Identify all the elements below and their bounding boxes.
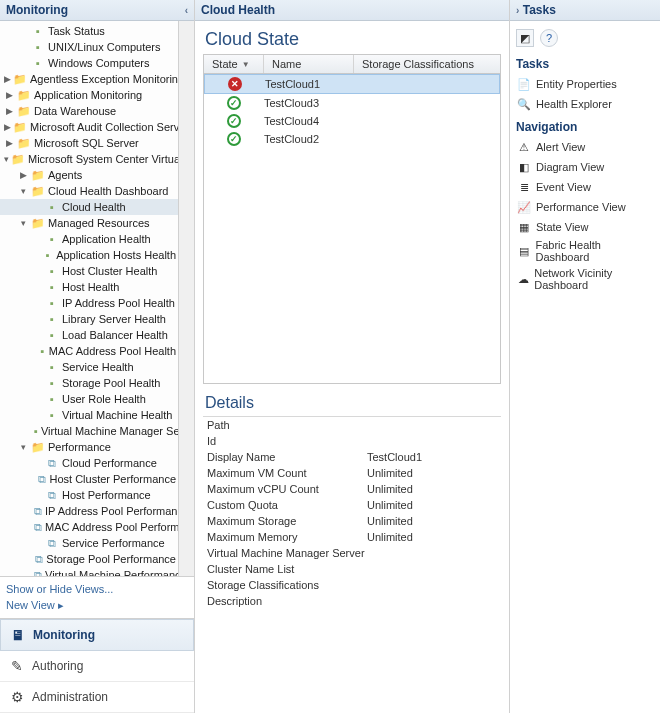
show-hide-views-link[interactable]: Show or Hide Views... xyxy=(6,581,188,597)
task-link[interactable]: 🔍Health Explorer xyxy=(516,94,654,114)
perf-icon: ⧉ xyxy=(45,536,59,550)
expander-icon[interactable]: ▶ xyxy=(4,138,15,149)
tree-item[interactable]: ▪Service Health xyxy=(0,359,178,375)
tree-item[interactable]: ▪Host Cluster Health xyxy=(0,263,178,279)
tree-item[interactable]: ▶📁Application Monitoring xyxy=(0,87,178,103)
tree-item-label: Virtual Machine Health xyxy=(62,409,172,421)
nav-monitoring[interactable]: 🖥Monitoring xyxy=(0,619,194,651)
navigation-link[interactable]: ☁Network Vicinity Dashboard xyxy=(516,265,654,293)
detail-key: Path xyxy=(207,419,367,431)
tree-item[interactable]: ⧉Cloud Performance xyxy=(0,455,178,471)
expander-icon[interactable]: ▾ xyxy=(18,218,29,229)
expander-icon xyxy=(32,394,43,405)
expander-icon[interactable]: ▶ xyxy=(4,106,15,117)
navigation-link[interactable]: ◧Diagram View xyxy=(516,157,654,177)
tree-item[interactable]: ▾📁Managed Resources xyxy=(0,215,178,231)
state-icon: ▪ xyxy=(45,280,59,294)
link-label: Performance View xyxy=(536,201,626,213)
tree-item[interactable]: ⧉IP Address Pool Performance xyxy=(0,503,178,519)
tree-item[interactable]: ▶📁Agentless Exception Monitoring xyxy=(0,71,178,87)
tree-item-label: Cloud Performance xyxy=(62,457,157,469)
expander-icon[interactable]: ▾ xyxy=(4,154,9,165)
cell-name: TestCloud3 xyxy=(264,97,354,109)
detail-row: Maximum StorageUnlimited xyxy=(203,513,501,529)
table-row[interactable]: ✓TestCloud3 xyxy=(204,94,500,112)
expander-icon[interactable]: ▾ xyxy=(18,186,29,197)
col-state[interactable]: State▼ xyxy=(204,55,264,73)
tree-item[interactable]: ▾📁Cloud Health Dashboard xyxy=(0,183,178,199)
navigation-link[interactable]: ≣Event View xyxy=(516,177,654,197)
tree-item[interactable]: ▶📁Agents xyxy=(0,167,178,183)
perf-icon: ⧉ xyxy=(45,456,59,470)
perf-icon: ⧉ xyxy=(34,520,42,534)
tree-item[interactable]: ▪Windows Computers xyxy=(0,55,178,71)
table-row[interactable]: ✕TestCloud1 xyxy=(204,74,500,94)
monitoring-tree[interactable]: ▪Task Status▪UNIX/Linux Computers▪Window… xyxy=(0,21,178,576)
tree-item[interactable]: ▪Load Balancer Health xyxy=(0,327,178,343)
tree-item[interactable]: ▪Library Server Health xyxy=(0,311,178,327)
col-name[interactable]: Name xyxy=(264,55,354,73)
tree-item-label: Agents xyxy=(48,169,82,181)
navigation-link[interactable]: ⚠Alert View xyxy=(516,137,654,157)
help-button[interactable]: ? xyxy=(540,29,558,47)
task-action-button[interactable]: ◩ xyxy=(516,29,534,47)
nav-administration[interactable]: ⚙Administration xyxy=(0,682,194,713)
tree-item[interactable]: ▪Storage Pool Health xyxy=(0,375,178,391)
tree-item[interactable]: ▪Task Status xyxy=(0,23,178,39)
expander-icon xyxy=(32,410,43,421)
tree-item[interactable]: ⧉Service Performance xyxy=(0,535,178,551)
expander-icon xyxy=(32,474,36,485)
tree-item[interactable]: ⧉Host Cluster Performance xyxy=(0,471,178,487)
wunderbar: 🖥Monitoring✎Authoring⚙Administration xyxy=(0,618,194,713)
navigation-link[interactable]: 📈Performance View xyxy=(516,197,654,217)
expander-icon xyxy=(18,58,29,69)
tree-item[interactable]: ▾📁Performance xyxy=(0,439,178,455)
tree-item[interactable]: ⧉Storage Pool Performance xyxy=(0,551,178,567)
tree-item[interactable]: ▪IP Address Pool Health xyxy=(0,295,178,311)
expander-icon[interactable]: ▶ xyxy=(18,170,29,181)
tree-item[interactable]: ▾📁Microsoft System Center Virtual Machin… xyxy=(0,151,178,167)
tree-scrollbar[interactable] xyxy=(178,21,194,576)
link-icon: ≣ xyxy=(516,179,532,195)
tree-item[interactable]: ▪UNIX/Linux Computers xyxy=(0,39,178,55)
table-row[interactable]: ✓TestCloud4 xyxy=(204,112,500,130)
tree-item[interactable]: ▶📁Microsoft Audit Collection Services xyxy=(0,119,178,135)
navigation-link[interactable]: ▤Fabric Health Dashboard xyxy=(516,237,654,265)
tree-item[interactable]: ▪MAC Address Pool Health xyxy=(0,343,178,359)
tree-item[interactable]: ▪Host Health xyxy=(0,279,178,295)
grid-body[interactable]: ✕TestCloud1✓TestCloud3✓TestCloud4✓TestCl… xyxy=(204,74,500,383)
new-view-link[interactable]: New View ▸ xyxy=(6,597,188,614)
tree-item[interactable]: ▪Virtual Machine Health xyxy=(0,407,178,423)
tree-item[interactable]: ▶📁Microsoft SQL Server xyxy=(0,135,178,151)
tree-item[interactable]: ⧉Host Performance xyxy=(0,487,178,503)
detail-row: Maximum VM CountUnlimited xyxy=(203,465,501,481)
expander-icon xyxy=(18,42,29,53)
grid-header: State▼ Name Storage Classifications xyxy=(204,55,500,74)
detail-key: Storage Classifications xyxy=(207,579,367,591)
collapse-left-icon[interactable]: ‹ xyxy=(185,5,188,16)
table-row[interactable]: ✓TestCloud2 xyxy=(204,130,500,148)
folder-icon: 📁 xyxy=(31,440,45,454)
expander-icon[interactable]: ▾ xyxy=(18,442,29,453)
state-icon: ▪ xyxy=(39,344,46,358)
tree-item[interactable]: ⧉MAC Address Pool Performance xyxy=(0,519,178,535)
tree-item-label: Host Cluster Health xyxy=(62,265,157,277)
expander-icon[interactable]: ▶ xyxy=(4,122,11,133)
tree-item-label: Load Balancer Health xyxy=(62,329,168,341)
tree-item[interactable]: ⧉Virtual Machine Performance xyxy=(0,567,178,576)
tree-item[interactable]: ▪User Role Health xyxy=(0,391,178,407)
expand-right-icon[interactable]: › xyxy=(516,5,519,16)
navigation-link[interactable]: ▦State View xyxy=(516,217,654,237)
tree-item[interactable]: ▶📁Data Warehouse xyxy=(0,103,178,119)
expander-icon[interactable]: ▶ xyxy=(4,74,11,85)
tree-item[interactable]: ▪Cloud Health xyxy=(0,199,178,215)
col-storage[interactable]: Storage Classifications xyxy=(354,55,500,73)
tree-item[interactable]: ▪Virtual Machine Manager Server Health xyxy=(0,423,178,439)
expander-icon[interactable]: ▶ xyxy=(4,90,15,101)
tree-item[interactable]: ▪Application Health xyxy=(0,231,178,247)
task-link[interactable]: 📄Entity Properties xyxy=(516,74,654,94)
nav-authoring[interactable]: ✎Authoring xyxy=(0,651,194,682)
detail-key: Id xyxy=(207,435,367,447)
tree-item[interactable]: ▪Application Hosts Health xyxy=(0,247,178,263)
view-links: Show or Hide Views... New View ▸ xyxy=(0,576,194,618)
